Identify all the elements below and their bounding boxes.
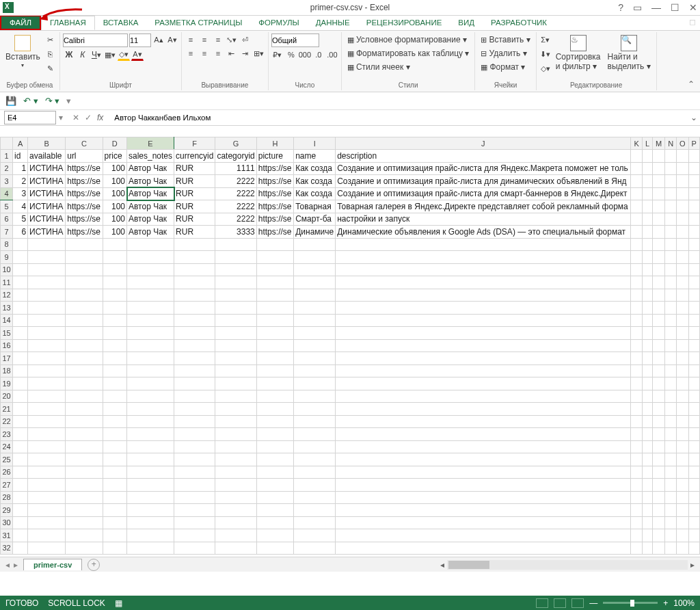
row-header-20[interactable]: 20: [1, 390, 13, 403]
cell-C7[interactable]: https://se: [66, 226, 103, 239]
align-left-icon[interactable]: ≡: [185, 47, 197, 59]
cell-G13[interactable]: [215, 302, 256, 315]
sheet-tab[interactable]: primer-csv: [23, 559, 82, 570]
cell-H2[interactable]: https://se: [256, 162, 293, 175]
row-header-31[interactable]: 31: [1, 529, 13, 542]
cell-G29[interactable]: [215, 504, 256, 517]
cell-G14[interactable]: [215, 314, 256, 327]
cell-D10[interactable]: [103, 263, 126, 276]
cell-N9[interactable]: [665, 251, 677, 264]
cell-G22[interactable]: [215, 415, 256, 428]
cell-O32[interactable]: [677, 542, 688, 555]
cell-C27[interactable]: [66, 479, 103, 492]
cell-D32[interactable]: [103, 542, 126, 555]
cell-I4[interactable]: Как созда: [294, 187, 336, 200]
cell-H12[interactable]: [256, 289, 293, 302]
cell-P27[interactable]: [688, 479, 700, 492]
cell-G12[interactable]: [215, 289, 256, 302]
cell-F30[interactable]: [174, 516, 215, 529]
cell-E31[interactable]: [127, 529, 174, 542]
cell-K9[interactable]: [631, 251, 642, 264]
cell-K3[interactable]: [631, 175, 642, 188]
cell-B23[interactable]: [28, 428, 66, 441]
cell-F14[interactable]: [174, 314, 215, 327]
cell-C21[interactable]: [66, 403, 103, 416]
cell-F8[interactable]: [174, 238, 215, 251]
cell-C23[interactable]: [66, 428, 103, 441]
cell-O20[interactable]: [677, 390, 688, 403]
cell-B2[interactable]: ИСТИНА: [28, 162, 66, 175]
cell-C2[interactable]: https://se: [66, 162, 103, 175]
cell-B13[interactable]: [28, 302, 66, 315]
cell-E28[interactable]: [127, 491, 174, 504]
cell-M29[interactable]: [653, 504, 665, 517]
cell-B5[interactable]: ИСТИНА: [28, 200, 66, 213]
cell-F5[interactable]: RUR: [174, 200, 215, 213]
cell-P32[interactable]: [688, 542, 700, 555]
cell-N10[interactable]: [665, 263, 677, 276]
cell-C10[interactable]: [66, 263, 103, 276]
cell-L19[interactable]: [642, 377, 652, 390]
cell-N8[interactable]: [665, 238, 677, 251]
cell-I26[interactable]: [294, 466, 336, 479]
cell-J10[interactable]: [336, 263, 631, 276]
clear-icon[interactable]: ◇▾: [539, 62, 552, 75]
cell-H21[interactable]: [256, 403, 293, 416]
currency-icon[interactable]: ₽▾: [271, 49, 284, 61]
cell-F23[interactable]: [174, 428, 215, 441]
align-middle-icon[interactable]: ≡: [198, 34, 211, 46]
cell-K25[interactable]: [631, 453, 642, 466]
undo-icon[interactable]: ↶ ▾: [23, 96, 38, 106]
cell-P8[interactable]: [688, 238, 700, 251]
cell-F20[interactable]: [174, 390, 215, 403]
cell-I28[interactable]: [294, 491, 336, 504]
col-header-L[interactable]: L: [642, 137, 652, 150]
cell-I22[interactable]: [294, 415, 336, 428]
cell-F6[interactable]: RUR: [174, 213, 215, 226]
cell-D4[interactable]: 100: [103, 187, 126, 200]
cell-J23[interactable]: [336, 428, 631, 441]
cell-D27[interactable]: [103, 479, 126, 492]
cell-I16[interactable]: [294, 339, 336, 352]
cell-M14[interactable]: [653, 314, 665, 327]
cell-A20[interactable]: [13, 390, 28, 403]
cell-F2[interactable]: RUR: [174, 162, 215, 175]
cell-K10[interactable]: [631, 263, 642, 276]
cell-I1[interactable]: name: [294, 150, 336, 163]
cell-F7[interactable]: RUR: [174, 226, 215, 239]
cell-N32[interactable]: [665, 542, 677, 555]
row-header-15[interactable]: 15: [1, 327, 13, 340]
fill-icon[interactable]: ⬇▾: [539, 48, 552, 60]
cell-J24[interactable]: [336, 440, 631, 453]
cell-A30[interactable]: [13, 516, 28, 529]
cell-L15[interactable]: [642, 327, 652, 340]
cell-O7[interactable]: [677, 226, 688, 239]
cell-K15[interactable]: [631, 327, 642, 340]
cell-C8[interactable]: [66, 238, 103, 251]
cell-N17[interactable]: [665, 352, 677, 365]
cell-B28[interactable]: [28, 491, 66, 504]
cell-L27[interactable]: [642, 479, 652, 492]
cell-G31[interactable]: [215, 529, 256, 542]
cell-A17[interactable]: [13, 352, 28, 365]
cell-H5[interactable]: https://se: [256, 200, 293, 213]
cell-G30[interactable]: [215, 516, 256, 529]
col-header-N[interactable]: N: [665, 137, 677, 150]
cell-P15[interactable]: [688, 327, 700, 340]
cell-N6[interactable]: [665, 213, 677, 226]
cell-B20[interactable]: [28, 390, 66, 403]
cell-A10[interactable]: [13, 263, 28, 276]
cell-C29[interactable]: [66, 504, 103, 517]
row-header-10[interactable]: 10: [1, 263, 13, 276]
cell-F29[interactable]: [174, 504, 215, 517]
cell-J9[interactable]: [336, 251, 631, 264]
cell-H30[interactable]: [256, 516, 293, 529]
cell-C11[interactable]: [66, 276, 103, 289]
cell-J3[interactable]: Создание и оптимизация прайс-листа для д…: [336, 175, 631, 188]
cell-C30[interactable]: [66, 516, 103, 529]
cell-F11[interactable]: [174, 276, 215, 289]
cell-H20[interactable]: [256, 390, 293, 403]
cell-N4[interactable]: [665, 187, 677, 200]
cell-N25[interactable]: [665, 453, 677, 466]
cell-J25[interactable]: [336, 453, 631, 466]
